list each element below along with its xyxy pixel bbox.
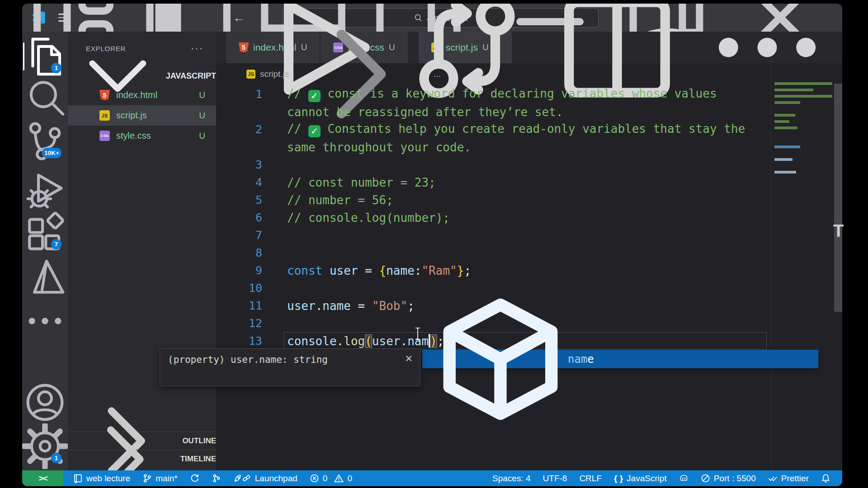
slash-icon <box>701 474 710 483</box>
sidebar-item-search[interactable] <box>22 77 68 118</box>
status-item-0[interactable]: 0 <box>310 474 328 483</box>
line-number: 10 <box>216 282 262 295</box>
status-item-0[interactable]: 0 <box>334 474 352 483</box>
watermark-t: T <box>833 221 844 241</box>
status-item-main-[interactable]: main* <box>142 474 178 483</box>
git-status-badge: U <box>199 90 205 100</box>
timeline-section[interactable]: TIMELINE <box>68 450 216 468</box>
css-file-icon: CSS <box>99 131 110 141</box>
folder-javascript[interactable]: JAVASCRIPT <box>68 67 216 85</box>
code-text: // const number = 23; <box>287 176 436 189</box>
status-item-sync[interactable] <box>190 474 199 483</box>
close-icon[interactable]: ✕ <box>405 353 413 364</box>
git-status-badge: U <box>199 131 205 141</box>
status-item-graph[interactable] <box>212 474 221 483</box>
checkmark-emoji: ✓ <box>308 125 321 137</box>
minimap-line <box>774 101 800 104</box>
status-item-launchpad[interactable]: Launchpad <box>233 474 297 483</box>
extensions-badge: 7 <box>51 239 61 249</box>
suggest-widget[interactable]: name <box>422 350 818 368</box>
outline-label: OUTLINE <box>182 436 216 446</box>
sidebar-item-explorer[interactable]: 1 <box>22 35 68 77</box>
code-line-2[interactable]: 2// ✓ Constants help you create read-onl… <box>216 121 777 138</box>
mouse-ibeam-cursor <box>414 327 421 343</box>
status-item-prettier[interactable]: Prettier <box>768 474 809 483</box>
timeline-label: TIMELINE <box>180 455 216 464</box>
explorer-actions-icon[interactable]: ··· <box>191 42 203 54</box>
gear-icon <box>22 423 68 469</box>
file-name: style.css <box>116 131 151 141</box>
screen: ← → Javascript <box>0 0 868 488</box>
code-text: // console.log(number); <box>287 211 450 225</box>
status-item-spaces-4[interactable]: Spaces: 4 <box>492 474 531 483</box>
suggest-rest: e <box>587 353 594 366</box>
code-line-8[interactable]: 8 <box>216 244 777 262</box>
sidebar-item-run-debug[interactable] <box>22 167 68 209</box>
sidebar-item-extensions[interactable]: 7 <box>22 211 68 253</box>
remote-indicator[interactable]: >< <box>22 470 63 486</box>
extensions-icon <box>22 210 68 255</box>
status-item-javascript[interactable]: { }JavaScript <box>614 474 667 483</box>
code-line-7[interactable]: 7 <box>216 226 777 244</box>
status-label: Port : 5500 <box>714 474 756 483</box>
status-item-utf-8[interactable]: UTF-8 <box>543 474 567 483</box>
code-text: cannot be reassigned after they’re set. <box>287 105 563 119</box>
minimap-line <box>774 127 797 129</box>
status-item-bell[interactable] <box>821 474 830 483</box>
run-debug-icon <box>22 165 68 211</box>
sidebar-item-source-control[interactable]: 10K+ <box>22 120 68 162</box>
line-number: 5 <box>216 193 262 206</box>
breadcrumb-ellipsis: ... <box>434 69 441 79</box>
status-item-copilot[interactable] <box>679 474 689 483</box>
status-label: JavaScript <box>627 474 667 483</box>
minimap-line <box>774 171 796 174</box>
minimap-line <box>774 158 793 161</box>
status-item-port-5500[interactable]: Port : 5500 <box>701 474 756 483</box>
minimap-line <box>774 114 795 117</box>
more-views-button[interactable] <box>22 300 68 342</box>
code-line-1[interactable]: 1// ✓ const is a keyword for declaring v… <box>216 85 777 103</box>
code-text: same throughout your code. <box>287 141 471 154</box>
status-label: Spaces: 4 <box>492 474 531 483</box>
status-label: UTF-8 <box>543 474 567 483</box>
status-bar: >< web lecturemain*Launchpad00 Spaces: 4… <box>22 470 842 486</box>
code-line-wrap[interactable]: same throughout your code. <box>216 138 777 156</box>
line-number: 11 <box>216 299 262 312</box>
minimap-line <box>774 145 800 148</box>
code-text: // number = 56; <box>287 193 393 207</box>
line-number: 2 <box>216 123 262 136</box>
status-item-crlf[interactable]: CRLF <box>579 474 602 483</box>
warning-icon <box>334 474 344 483</box>
folder-label: JAVASCRIPT <box>166 71 216 81</box>
file-item-style.css[interactable]: CSSstyle.cssU <box>68 126 216 146</box>
line-number: 13 <box>216 334 262 347</box>
accounts-button[interactable] <box>22 381 68 423</box>
code-line-4[interactable]: 4// const number = 23; <box>216 174 777 191</box>
code-text: user.name = "Bob"; <box>287 299 415 313</box>
code-line-wrap[interactable]: cannot be reassigned after they’re set. <box>216 103 777 121</box>
git-status-badge: U <box>199 111 205 121</box>
code-text: // ✓ Constants help you create read-only… <box>287 122 745 137</box>
suggest-match: nam <box>568 353 587 366</box>
editor-scrollbar[interactable] <box>834 84 842 312</box>
minimap-line <box>774 82 832 85</box>
sidebar-item-live-preview[interactable] <box>22 256 68 297</box>
symbol-property-icon <box>422 286 568 432</box>
status-item-web-lecture[interactable]: web lecture <box>73 474 130 483</box>
status-label: Prettier <box>781 474 809 483</box>
line-number: 4 <box>216 176 262 189</box>
search-icon <box>22 75 68 121</box>
code-text: const user = {name:"Ram"}; <box>287 264 471 277</box>
code-line-5[interactable]: 5// number = 56; <box>216 191 777 209</box>
file-item-index.html[interactable]: 5index.htmlU <box>68 85 216 105</box>
code-line-9[interactable]: 9const user = {name:"Ram"}; <box>216 262 777 279</box>
code-line-3[interactable]: 3 <box>216 156 777 174</box>
file-name: script.js <box>116 110 147 121</box>
file-item-script.js[interactable]: JSscript.jsU <box>68 105 216 126</box>
code-line-6[interactable]: 6// console.log(number); <box>216 209 777 226</box>
line-number: 3 <box>216 158 262 171</box>
minimap[interactable] <box>771 32 835 470</box>
status-label: web lecture <box>86 474 130 483</box>
breadcrumb[interactable]: JS script.js ... <box>246 63 441 85</box>
settings-button[interactable]: 1 <box>22 425 68 467</box>
